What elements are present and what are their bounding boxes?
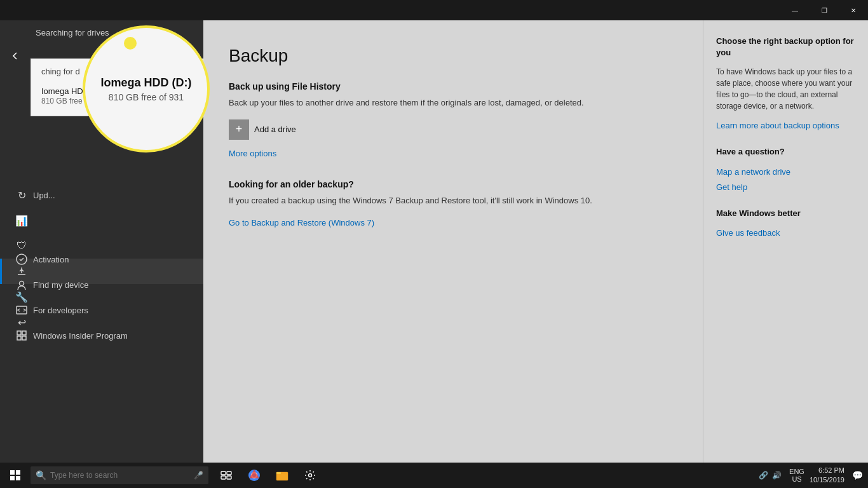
search-input[interactable]	[50, 471, 190, 480]
add-drive-icon: +	[229, 119, 249, 140]
task-view-button[interactable]	[214, 463, 239, 488]
svg-rect-5	[17, 336, 21, 340]
older-backup-desc: If you created a backup using the Window…	[229, 194, 610, 207]
update-icon: ↻	[10, 189, 33, 201]
sidebar-label-insider: Windows Insider Program	[33, 331, 128, 341]
svg-rect-3	[17, 331, 21, 335]
svg-rect-14	[221, 476, 226, 479]
lang-code: ENG	[789, 468, 804, 475]
go-to-backup-link[interactable]: Go to Backup and Restore (Windows 7)	[229, 218, 374, 227]
taskbar: 🔍 🎤	[0, 463, 868, 488]
callout-drive-name: Iomega HDD (D:)	[101, 76, 192, 90]
svg-rect-6	[22, 336, 26, 340]
get-help-link[interactable]: Get help	[716, 182, 747, 192]
more-options-link[interactable]: More options	[229, 149, 276, 158]
minimize-button[interactable]: —	[780, 0, 810, 20]
question-title: Have a question?	[716, 146, 855, 158]
svg-point-1	[20, 281, 24, 286]
taskbar-search-box[interactable]: 🔍 🎤	[31, 466, 208, 484]
older-backup-section: Looking for an older backup? If you crea…	[229, 179, 674, 229]
svg-rect-15	[227, 476, 231, 479]
learn-more-link[interactable]: Learn more about backup options	[716, 121, 839, 130]
volume-icon: 🔊	[772, 471, 782, 480]
language-indicator: ENG US	[789, 468, 804, 483]
start-button[interactable]	[0, 463, 31, 488]
sidebar-item-windows-update[interactable]: ↻ Upd...	[0, 182, 203, 208]
file-history-section: Back up using File History Back up your …	[229, 81, 674, 159]
svg-rect-10	[10, 476, 15, 480]
file-history-title: Back up using File History	[229, 81, 674, 92]
chrome-icon[interactable]	[241, 463, 267, 488]
older-backup-title: Looking for an older backup?	[229, 179, 674, 189]
svg-rect-4	[22, 331, 26, 335]
callout-drive-space: 810 GB free of 931	[109, 92, 184, 102]
feedback-title: Make Windows better	[716, 208, 855, 219]
feedback-link[interactable]: Give us feedback	[716, 228, 780, 238]
taskbar-right: 🔗 🔊 ENG US 6:52 PM 10/15/2019 💬	[756, 466, 868, 485]
sidebar-label-find-device: Find my device	[33, 280, 88, 290]
sidebar-label-activation: Activation	[33, 255, 69, 264]
callout-dot	[124, 37, 137, 50]
choose-backup-section: Choose the right backup option for you T…	[716, 36, 855, 131]
sidebar-item-find-my-device[interactable]: Find my device	[0, 272, 203, 297]
svg-rect-20	[276, 472, 281, 474]
clock-date: 10/15/2019	[810, 475, 844, 485]
map-network-link[interactable]: Map a network drive	[716, 167, 790, 177]
sidebar-label-developers: For developers	[33, 306, 88, 315]
sidebar-item-activation[interactable]: Activation	[0, 247, 203, 272]
explorer-icon[interactable]	[269, 463, 295, 488]
svg-rect-13	[227, 471, 231, 475]
clock-time: 6:52 PM	[818, 466, 844, 475]
add-drive-label: Add a drive	[254, 125, 296, 134]
choose-backup-desc: To have Windows back up your files to a …	[716, 66, 855, 112]
notification-button[interactable]: 💬	[850, 470, 865, 480]
back-button[interactable]	[0, 41, 31, 71]
callout-circle: Iomega HDD (D:) 810 GB free of 931	[83, 25, 210, 152]
svg-point-21	[309, 474, 312, 477]
svg-rect-11	[16, 476, 20, 480]
insider-icon	[10, 330, 33, 341]
settings-icon[interactable]	[297, 463, 323, 488]
svg-rect-8	[10, 470, 15, 475]
add-drive-button[interactable]: + Add a drive	[229, 119, 296, 140]
titlebar: — ❐ ✕	[0, 0, 868, 20]
page-title: Backup	[229, 46, 674, 66]
find-device-icon	[10, 279, 33, 290]
choose-backup-title: Choose the right backup option for you	[716, 36, 855, 58]
sidebar-label-update: Upd...	[33, 191, 55, 200]
lang-region: US	[789, 475, 804, 483]
sidebar-item-delivery[interactable]: 📊	[0, 208, 203, 233]
question-section: Have a question? Map a network drive Get…	[716, 146, 855, 192]
delivery-icon: 📊	[10, 215, 33, 227]
system-icons: 🔗 🔊	[756, 471, 784, 480]
developer-icon	[10, 304, 33, 316]
maximize-button[interactable]: ❐	[810, 0, 839, 20]
sidebar-item-for-developers[interactable]: For developers	[0, 297, 203, 323]
taskbar-app-icons	[208, 463, 328, 488]
sidebar-item-windows-insider[interactable]: Windows Insider Program	[0, 323, 203, 348]
svg-rect-9	[16, 470, 20, 475]
feedback-section: Make Windows better Give us feedback	[716, 208, 855, 238]
network-icon: 🔗	[759, 471, 768, 480]
close-button[interactable]: ✕	[839, 0, 868, 20]
activation-icon	[10, 254, 33, 265]
svg-rect-12	[221, 471, 226, 475]
right-panel: Choose the right backup option for you T…	[703, 20, 868, 463]
file-history-desc: Back up your files to another drive and …	[229, 97, 610, 109]
